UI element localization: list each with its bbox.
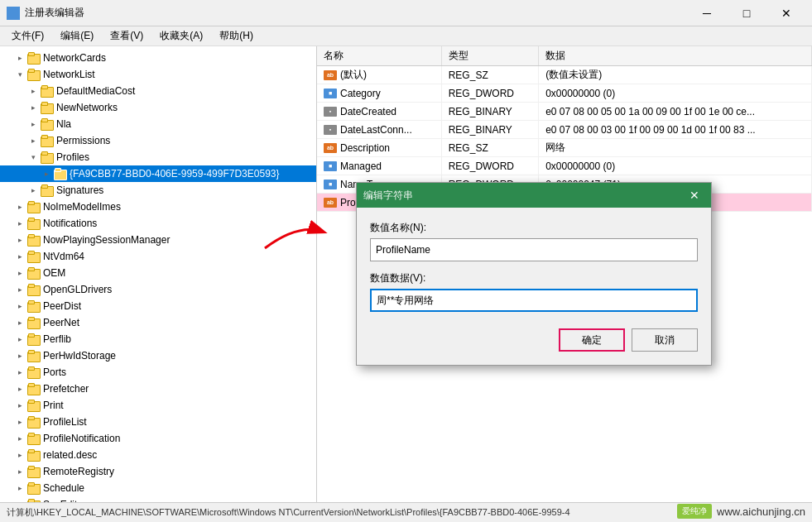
dialog-title: 编辑字符串 [363, 189, 685, 203]
confirm-button[interactable]: 确定 [559, 328, 625, 352]
dialog-buttons: 确定 取消 [370, 328, 698, 352]
data-label: 数值数据(V): [370, 271, 698, 285]
name-label: 数值名称(N): [370, 221, 698, 235]
cancel-button[interactable]: 取消 [632, 328, 698, 352]
watermark: 爱纯净 www.aichunjing.cn [677, 504, 805, 519]
watermark-url: www.aichunjing.cn [717, 505, 805, 518]
dialog-titlebar: 编辑字符串 ✕ [357, 183, 711, 208]
name-input[interactable] [370, 238, 698, 261]
dialog-close-button[interactable]: ✕ [685, 187, 704, 204]
dialog-overlay: 编辑字符串 ✕ 数值名称(N): 数值数据(V): 确定 取消 [0, 0, 812, 522]
edit-string-dialog: 编辑字符串 ✕ 数值名称(N): 数值数据(V): 确定 取消 [356, 182, 712, 366]
dialog-body: 数值名称(N): 数值数据(V): 确定 取消 [357, 208, 711, 365]
watermark-logo: 爱纯净 [677, 504, 712, 519]
data-input[interactable] [370, 289, 698, 312]
